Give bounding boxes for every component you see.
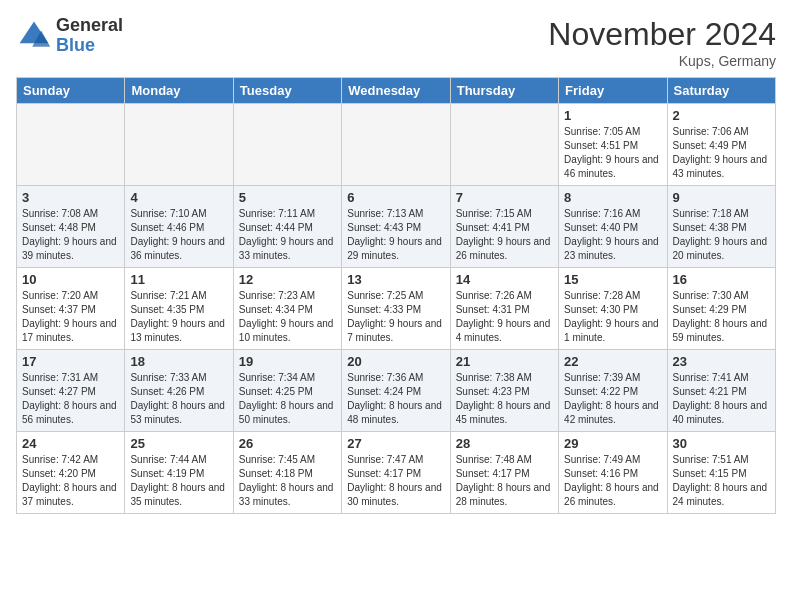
day-info: Sunrise: 7:34 AM Sunset: 4:25 PM Dayligh… <box>239 371 336 427</box>
calendar-cell <box>342 104 450 186</box>
calendar-cell <box>233 104 341 186</box>
day-number: 1 <box>564 108 661 123</box>
day-info: Sunrise: 7:16 AM Sunset: 4:40 PM Dayligh… <box>564 207 661 263</box>
calendar-header-monday: Monday <box>125 78 233 104</box>
logo-icon <box>16 18 52 54</box>
day-info: Sunrise: 7:25 AM Sunset: 4:33 PM Dayligh… <box>347 289 444 345</box>
day-number: 24 <box>22 436 119 451</box>
day-info: Sunrise: 7:44 AM Sunset: 4:19 PM Dayligh… <box>130 453 227 509</box>
title-block: November 2024 Kups, Germany <box>548 16 776 69</box>
calendar-cell: 3Sunrise: 7:08 AM Sunset: 4:48 PM Daylig… <box>17 186 125 268</box>
calendar-cell: 23Sunrise: 7:41 AM Sunset: 4:21 PM Dayli… <box>667 350 775 432</box>
calendar-header-tuesday: Tuesday <box>233 78 341 104</box>
day-info: Sunrise: 7:28 AM Sunset: 4:30 PM Dayligh… <box>564 289 661 345</box>
day-number: 8 <box>564 190 661 205</box>
day-info: Sunrise: 7:20 AM Sunset: 4:37 PM Dayligh… <box>22 289 119 345</box>
calendar-header-row: SundayMondayTuesdayWednesdayThursdayFrid… <box>17 78 776 104</box>
day-info: Sunrise: 7:05 AM Sunset: 4:51 PM Dayligh… <box>564 125 661 181</box>
calendar-cell: 9Sunrise: 7:18 AM Sunset: 4:38 PM Daylig… <box>667 186 775 268</box>
day-info: Sunrise: 7:23 AM Sunset: 4:34 PM Dayligh… <box>239 289 336 345</box>
day-number: 4 <box>130 190 227 205</box>
day-number: 16 <box>673 272 770 287</box>
day-info: Sunrise: 7:06 AM Sunset: 4:49 PM Dayligh… <box>673 125 770 181</box>
calendar-cell: 7Sunrise: 7:15 AM Sunset: 4:41 PM Daylig… <box>450 186 558 268</box>
logo-blue-text: Blue <box>56 36 123 56</box>
calendar-cell: 10Sunrise: 7:20 AM Sunset: 4:37 PM Dayli… <box>17 268 125 350</box>
page-header: General Blue November 2024 Kups, Germany <box>16 16 776 69</box>
day-info: Sunrise: 7:51 AM Sunset: 4:15 PM Dayligh… <box>673 453 770 509</box>
logo: General Blue <box>16 16 123 56</box>
day-number: 25 <box>130 436 227 451</box>
day-number: 23 <box>673 354 770 369</box>
day-number: 30 <box>673 436 770 451</box>
calendar-cell: 11Sunrise: 7:21 AM Sunset: 4:35 PM Dayli… <box>125 268 233 350</box>
calendar-week-row: 10Sunrise: 7:20 AM Sunset: 4:37 PM Dayli… <box>17 268 776 350</box>
calendar-cell: 18Sunrise: 7:33 AM Sunset: 4:26 PM Dayli… <box>125 350 233 432</box>
day-number: 18 <box>130 354 227 369</box>
day-number: 27 <box>347 436 444 451</box>
calendar-header-thursday: Thursday <box>450 78 558 104</box>
calendar-week-row: 17Sunrise: 7:31 AM Sunset: 4:27 PM Dayli… <box>17 350 776 432</box>
calendar-cell: 8Sunrise: 7:16 AM Sunset: 4:40 PM Daylig… <box>559 186 667 268</box>
day-info: Sunrise: 7:30 AM Sunset: 4:29 PM Dayligh… <box>673 289 770 345</box>
day-info: Sunrise: 7:18 AM Sunset: 4:38 PM Dayligh… <box>673 207 770 263</box>
day-number: 13 <box>347 272 444 287</box>
day-info: Sunrise: 7:13 AM Sunset: 4:43 PM Dayligh… <box>347 207 444 263</box>
calendar-cell: 5Sunrise: 7:11 AM Sunset: 4:44 PM Daylig… <box>233 186 341 268</box>
day-number: 21 <box>456 354 553 369</box>
calendar-header-wednesday: Wednesday <box>342 78 450 104</box>
day-info: Sunrise: 7:26 AM Sunset: 4:31 PM Dayligh… <box>456 289 553 345</box>
calendar-cell: 16Sunrise: 7:30 AM Sunset: 4:29 PM Dayli… <box>667 268 775 350</box>
day-info: Sunrise: 7:39 AM Sunset: 4:22 PM Dayligh… <box>564 371 661 427</box>
calendar-cell: 30Sunrise: 7:51 AM Sunset: 4:15 PM Dayli… <box>667 432 775 514</box>
day-info: Sunrise: 7:47 AM Sunset: 4:17 PM Dayligh… <box>347 453 444 509</box>
calendar-cell <box>17 104 125 186</box>
day-info: Sunrise: 7:45 AM Sunset: 4:18 PM Dayligh… <box>239 453 336 509</box>
calendar-cell: 20Sunrise: 7:36 AM Sunset: 4:24 PM Dayli… <box>342 350 450 432</box>
calendar-table: SundayMondayTuesdayWednesdayThursdayFrid… <box>16 77 776 514</box>
calendar-cell: 12Sunrise: 7:23 AM Sunset: 4:34 PM Dayli… <box>233 268 341 350</box>
calendar-week-row: 24Sunrise: 7:42 AM Sunset: 4:20 PM Dayli… <box>17 432 776 514</box>
calendar-cell: 4Sunrise: 7:10 AM Sunset: 4:46 PM Daylig… <box>125 186 233 268</box>
calendar-cell: 29Sunrise: 7:49 AM Sunset: 4:16 PM Dayli… <box>559 432 667 514</box>
day-number: 12 <box>239 272 336 287</box>
day-number: 28 <box>456 436 553 451</box>
calendar-cell: 26Sunrise: 7:45 AM Sunset: 4:18 PM Dayli… <box>233 432 341 514</box>
calendar-cell: 15Sunrise: 7:28 AM Sunset: 4:30 PM Dayli… <box>559 268 667 350</box>
day-info: Sunrise: 7:11 AM Sunset: 4:44 PM Dayligh… <box>239 207 336 263</box>
calendar-cell <box>450 104 558 186</box>
calendar-header-sunday: Sunday <box>17 78 125 104</box>
day-info: Sunrise: 7:41 AM Sunset: 4:21 PM Dayligh… <box>673 371 770 427</box>
day-number: 29 <box>564 436 661 451</box>
day-info: Sunrise: 7:48 AM Sunset: 4:17 PM Dayligh… <box>456 453 553 509</box>
day-info: Sunrise: 7:33 AM Sunset: 4:26 PM Dayligh… <box>130 371 227 427</box>
day-number: 3 <box>22 190 119 205</box>
month-title: November 2024 <box>548 16 776 53</box>
day-number: 11 <box>130 272 227 287</box>
day-info: Sunrise: 7:21 AM Sunset: 4:35 PM Dayligh… <box>130 289 227 345</box>
day-info: Sunrise: 7:10 AM Sunset: 4:46 PM Dayligh… <box>130 207 227 263</box>
calendar-cell: 22Sunrise: 7:39 AM Sunset: 4:22 PM Dayli… <box>559 350 667 432</box>
calendar-cell: 25Sunrise: 7:44 AM Sunset: 4:19 PM Dayli… <box>125 432 233 514</box>
day-number: 22 <box>564 354 661 369</box>
day-number: 14 <box>456 272 553 287</box>
location: Kups, Germany <box>548 53 776 69</box>
day-number: 10 <box>22 272 119 287</box>
day-number: 17 <box>22 354 119 369</box>
day-number: 19 <box>239 354 336 369</box>
calendar-cell: 21Sunrise: 7:38 AM Sunset: 4:23 PM Dayli… <box>450 350 558 432</box>
calendar-cell: 6Sunrise: 7:13 AM Sunset: 4:43 PM Daylig… <box>342 186 450 268</box>
day-number: 9 <box>673 190 770 205</box>
calendar-cell: 2Sunrise: 7:06 AM Sunset: 4:49 PM Daylig… <box>667 104 775 186</box>
day-number: 2 <box>673 108 770 123</box>
day-info: Sunrise: 7:36 AM Sunset: 4:24 PM Dayligh… <box>347 371 444 427</box>
calendar-cell: 28Sunrise: 7:48 AM Sunset: 4:17 PM Dayli… <box>450 432 558 514</box>
calendar-cell: 14Sunrise: 7:26 AM Sunset: 4:31 PM Dayli… <box>450 268 558 350</box>
day-info: Sunrise: 7:49 AM Sunset: 4:16 PM Dayligh… <box>564 453 661 509</box>
day-number: 7 <box>456 190 553 205</box>
calendar-week-row: 3Sunrise: 7:08 AM Sunset: 4:48 PM Daylig… <box>17 186 776 268</box>
day-number: 20 <box>347 354 444 369</box>
day-info: Sunrise: 7:15 AM Sunset: 4:41 PM Dayligh… <box>456 207 553 263</box>
calendar-cell <box>125 104 233 186</box>
calendar-cell: 17Sunrise: 7:31 AM Sunset: 4:27 PM Dayli… <box>17 350 125 432</box>
